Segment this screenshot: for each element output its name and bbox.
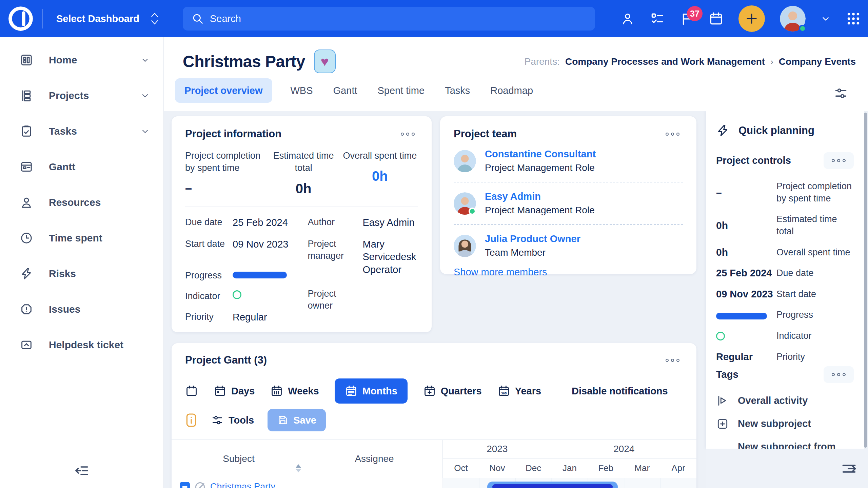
gantt-bar[interactable] xyxy=(487,482,618,488)
calendar-month-icon xyxy=(345,385,358,397)
zoom-days-button[interactable]: Days xyxy=(214,385,255,397)
new-subproject-item[interactable]: New subproject xyxy=(716,417,854,430)
qp-estimated: 0h Estimated time total xyxy=(716,213,854,237)
field-progress: Progress xyxy=(185,270,296,281)
breadcrumb-link-parent1[interactable]: Company Processes and Work Management xyxy=(565,56,765,67)
qp-due-date: 25 Feb 2024 Due date xyxy=(716,267,854,279)
tab-roadmap[interactable]: Roadmap xyxy=(488,78,535,103)
app-logo[interactable] xyxy=(7,5,35,33)
column-header-subject[interactable]: Subject xyxy=(172,440,306,478)
projects-tree-icon xyxy=(20,89,33,102)
zoom-months-button[interactable]: Months xyxy=(335,378,408,404)
field-start-date: Start date 09 Nov 2023 xyxy=(185,238,296,251)
favorite-button[interactable]: ♥ xyxy=(314,50,336,73)
save-button[interactable]: Save xyxy=(268,409,326,431)
dashboard-selector[interactable]: Select Dashboard xyxy=(56,11,160,26)
clock-icon xyxy=(20,231,33,245)
timeline-month: Mar xyxy=(624,458,660,478)
zoom-weeks-button[interactable]: Weeks xyxy=(270,385,319,397)
sidebar-item-helpdesk-ticket[interactable]: Helpdesk ticket xyxy=(0,327,163,363)
apps-grid-icon[interactable] xyxy=(846,11,861,26)
create-button[interactable] xyxy=(738,5,765,32)
notifications-flag-icon[interactable]: 37 xyxy=(679,12,694,26)
timeline-month: Jan xyxy=(552,458,588,478)
sidebar-item-home[interactable]: Home xyxy=(0,42,163,78)
top-bar: Select Dashboard 37 xyxy=(0,0,868,37)
sidebar-item-risks[interactable]: Risks xyxy=(0,256,163,291)
member-name-link[interactable]: Julia Product Owner xyxy=(485,233,580,244)
collapse-row-button[interactable] xyxy=(180,482,190,488)
gantt-chart-icon xyxy=(20,160,33,174)
calendar-year-icon: 365 xyxy=(497,385,510,397)
info-icon[interactable] xyxy=(185,413,197,428)
calendar-icon[interactable] xyxy=(709,11,724,26)
team-member: Constantine Consultant Project Managemen… xyxy=(454,140,683,182)
chevron-down-icon[interactable] xyxy=(821,14,831,24)
svg-text:365: 365 xyxy=(501,391,507,395)
column-header-assignee[interactable]: Assignee xyxy=(306,440,443,478)
chevron-down-icon[interactable] xyxy=(140,91,150,100)
tab-tasks[interactable]: Tasks xyxy=(443,78,472,103)
card-menu-button[interactable] xyxy=(397,129,418,139)
project-information-card: Project information Project completion b… xyxy=(172,116,432,332)
gantt-table: Subject Assignee 2023 2024 Oct Nov Dec xyxy=(172,440,696,488)
sidebar-item-gantt[interactable]: Gantt xyxy=(0,149,163,184)
timeline-month: Nov xyxy=(479,458,515,478)
team-member: Julia Product Owner Team Member xyxy=(454,225,683,267)
topbar-divider xyxy=(42,9,43,28)
activity-play-icon xyxy=(716,394,729,407)
zoom-years-button[interactable]: 365 Years xyxy=(497,385,541,397)
checklist-icon[interactable] xyxy=(650,11,665,26)
lightning-icon xyxy=(20,267,33,280)
customize-page-icon[interactable] xyxy=(833,86,848,101)
row-timeline xyxy=(443,478,696,488)
sidebar-item-resources[interactable]: Resources xyxy=(0,184,163,220)
row-subject-link[interactable]: Christmas Party xyxy=(210,482,275,488)
timeline-month: Feb xyxy=(588,458,624,478)
tags-menu-button[interactable] xyxy=(824,366,854,383)
tab-project-overview[interactable]: Project overview xyxy=(175,78,272,103)
tools-button[interactable]: Tools xyxy=(211,414,254,427)
overall-activity-item[interactable]: Overall activity xyxy=(716,394,854,407)
collapse-sidebar-button[interactable] xyxy=(74,463,90,479)
breadcrumb-separator: › xyxy=(770,57,773,67)
expand-panel-icon[interactable] xyxy=(840,460,858,477)
user-avatar[interactable] xyxy=(780,6,806,32)
member-name-link[interactable]: Easy Admin xyxy=(485,191,541,202)
chevron-down-icon[interactable] xyxy=(140,126,150,136)
tab-wbs[interactable]: WBS xyxy=(289,78,315,103)
zoom-quarters-button[interactable]: Quarters xyxy=(423,385,482,397)
chevron-down-icon[interactable] xyxy=(140,55,150,65)
sort-arrows[interactable] xyxy=(296,464,301,472)
card-menu-button[interactable] xyxy=(662,129,683,139)
breadcrumb-link-parent2[interactable]: Company Events xyxy=(779,56,856,67)
row-assignee-cell xyxy=(306,478,443,488)
notification-badge: 37 xyxy=(687,6,703,21)
card-title: Project Gantt (3) xyxy=(185,354,267,366)
tab-gantt[interactable]: Gantt xyxy=(331,78,359,103)
card-title: Project information xyxy=(185,128,281,140)
project-controls-menu-button[interactable] xyxy=(824,152,854,169)
field-indicator: Indicator xyxy=(185,290,296,302)
disable-notifications-button[interactable]: Disable notifications xyxy=(572,386,668,397)
calendar-button[interactable] xyxy=(185,385,198,397)
page-scrollbar[interactable] xyxy=(864,113,867,448)
card-menu-button[interactable] xyxy=(662,355,683,365)
show-more-members-link[interactable]: Show more members xyxy=(454,267,683,278)
gantt-actions-toolbar: Tools Save xyxy=(185,409,683,431)
online-status-dot xyxy=(799,25,806,32)
tab-bar: Project overview WBS Gantt Spent time Ta… xyxy=(175,78,535,103)
sidebar-item-issues[interactable]: Issues xyxy=(0,291,163,327)
member-role: Project Management Role xyxy=(485,162,596,173)
search-input[interactable] xyxy=(210,13,586,24)
sidebar-item-tasks[interactable]: Tasks xyxy=(0,113,163,149)
qp-spent: 0h Overall spent time xyxy=(716,247,854,259)
tab-spent-time[interactable]: Spent time xyxy=(376,78,427,103)
new-subproject-from-template-item[interactable]: New subproject from template xyxy=(716,441,854,449)
sidebar-item-label: Gantt xyxy=(49,161,75,173)
sidebar-item-time-spent[interactable]: Time spent xyxy=(0,220,163,256)
quick-planning-panel: Quick planning Project controls – Projec… xyxy=(706,111,864,449)
profile-icon[interactable] xyxy=(620,12,635,26)
member-name-link[interactable]: Constantine Consultant xyxy=(485,149,596,159)
sidebar-item-projects[interactable]: Projects xyxy=(0,78,163,113)
